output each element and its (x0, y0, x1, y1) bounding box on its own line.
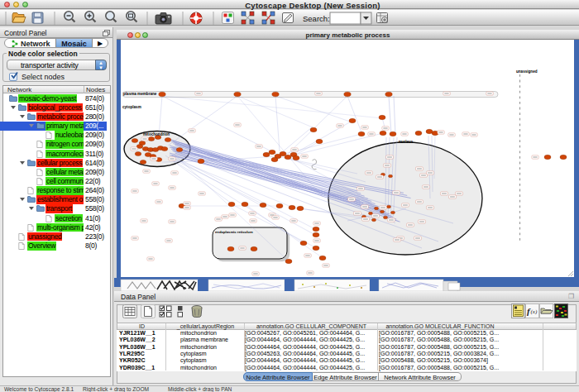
svg-text:plasma membrane: plasma membrane (123, 92, 157, 96)
svg-text:endoplasmic reticulum: endoplasmic reticulum (215, 230, 253, 234)
svg-text:(x): (x) (531, 308, 538, 315)
svg-text:unassigned: unassigned (516, 69, 538, 74)
svg-text:mitochondrion: mitochondrion (143, 132, 170, 136)
svg-text:cytoplasm: cytoplasm (122, 105, 141, 109)
svg-text:Search:: Search: (303, 14, 330, 23)
svg-text:nucleus: nucleus (399, 140, 414, 144)
